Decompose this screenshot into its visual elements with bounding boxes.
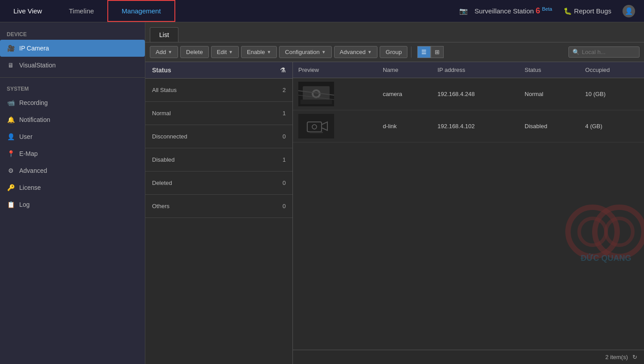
status-row-normal[interactable]: Normal 1 — [145, 102, 292, 125]
svg-point-10 — [314, 91, 319, 96]
status-row-deleted[interactable]: Deleted 0 — [145, 172, 292, 195]
sidebar-item-label: IP Camera — [19, 45, 49, 52]
search-box[interactable]: 🔍 — [568, 46, 640, 58]
toolbar: Add ▼ Delete Edit ▼ Enable ▼ Configurati… — [145, 42, 644, 62]
visualstation-icon: 🖥 — [7, 61, 15, 69]
main-layout: Device 🎥 IP Camera 🖥 VisualStation Syste… — [0, 22, 644, 364]
status-label: Others — [152, 203, 169, 209]
sidebar-item-label: Notification — [19, 116, 50, 123]
status-row-others[interactable]: Others 0 — [145, 195, 292, 218]
group-button[interactable]: Group — [380, 46, 407, 58]
sidebar-item-advanced[interactable]: ⚙ Advanced — [0, 162, 145, 179]
brand-name: Surveillance Station 6 Beta — [475, 6, 552, 16]
sidebar-item-notification[interactable]: 🔔 Notification — [0, 111, 145, 128]
recording-icon: 📹 — [7, 99, 15, 107]
enable-button[interactable]: Enable ▼ — [241, 46, 277, 58]
configuration-button[interactable]: Configuration ▼ — [279, 46, 331, 58]
delete-button[interactable]: Delete — [180, 46, 209, 58]
dlink-name-cell: d-link — [377, 110, 432, 142]
status-filter-panel: Status ⚗ All Status 2 Normal 1 Disconnec… — [145, 62, 293, 364]
table-row[interactable]: d-link 192.168.4.102 Disabled 4 (GB) — [293, 110, 644, 142]
sidebar-item-label: E-Map — [19, 150, 38, 157]
grid-view-button[interactable]: ⊞ — [431, 46, 444, 58]
camera-occupied-cell: 10 (GB) — [580, 78, 644, 110]
table-row[interactable]: camera 192.168.4.248 Normal 10 (GB) — [293, 78, 644, 110]
status-count: 0 — [283, 203, 286, 209]
sidebar-item-label: Advanced — [19, 167, 47, 174]
system-section-label: System — [0, 81, 145, 94]
sidebar-item-label: License — [19, 184, 41, 191]
nav-management[interactable]: Management — [107, 0, 175, 22]
status-row-all[interactable]: All Status 2 — [145, 79, 292, 102]
add-arrow-icon: ▼ — [168, 50, 172, 54]
sidebar-item-recording[interactable]: 📹 Recording — [0, 94, 145, 111]
sidebar-item-label: Log — [19, 201, 30, 208]
svg-rect-11 — [301, 100, 332, 104]
status-count: 2 — [283, 87, 286, 93]
add-button[interactable]: Add ▼ — [150, 46, 178, 58]
status-label: All Status — [152, 87, 177, 93]
log-icon: 📋 — [7, 201, 15, 209]
bug-icon: 🐛 — [564, 7, 572, 15]
user-avatar[interactable]: 👤 — [623, 5, 635, 17]
sidebar-item-ip-camera[interactable]: 🎥 IP Camera — [0, 40, 145, 57]
sidebar-item-label: Recording — [19, 99, 48, 106]
nav-timeline[interactable]: Timeline — [55, 0, 107, 22]
status-count: 1 — [283, 110, 286, 117]
items-count: 2 item(s) — [605, 354, 628, 360]
status-count: 0 — [283, 133, 286, 140]
filter-icon[interactable]: ⚗ — [280, 67, 286, 74]
sidebar-divider — [0, 77, 145, 78]
status-count: 1 — [283, 156, 286, 163]
list-view-button[interactable]: ☰ — [417, 46, 431, 58]
device-section-label: Device — [0, 27, 145, 40]
content-area: List Add ▼ Delete Edit ▼ Enable ▼ Config… — [145, 22, 644, 364]
svg-rect-18 — [309, 132, 323, 133]
nav-live-view[interactable]: Live View — [0, 0, 55, 22]
sidebar: Device 🎥 IP Camera 🖥 VisualStation Syste… — [0, 22, 145, 364]
status-row-disabled[interactable]: Disabled 1 — [145, 148, 292, 172]
status-row-disconnected[interactable]: Disconnected 0 — [145, 125, 292, 148]
advanced-button[interactable]: Advanced ▼ — [334, 46, 378, 58]
dlink-preview-cell — [293, 110, 377, 142]
camera-list-panel: Preview Name IP address Status Occupied — [293, 62, 644, 350]
dlink-status-cell: Disabled — [519, 110, 580, 142]
dlink-preview-thumb — [298, 114, 334, 138]
sidebar-item-user[interactable]: 👤 User — [0, 128, 145, 145]
status-count: 0 — [283, 180, 286, 186]
split-panel: Status ⚗ All Status 2 Normal 1 Disconnec… — [145, 62, 644, 364]
camera-name-cell: camera — [377, 78, 432, 110]
user-icon: 👤 — [625, 7, 633, 15]
sidebar-item-emap[interactable]: 📍 E-Map — [0, 145, 145, 162]
col-status: Status — [519, 62, 580, 78]
camera-ip-cell: 192.168.4.248 — [432, 78, 519, 110]
sidebar-item-log[interactable]: 📋 Log — [0, 196, 145, 213]
sidebar-item-label: VisualStation — [19, 62, 55, 69]
report-bugs-button[interactable]: 🐛 Report Bugs — [559, 5, 616, 17]
status-label: Disabled — [152, 156, 175, 163]
enable-arrow-icon: ▼ — [267, 50, 271, 54]
refresh-button[interactable]: ↻ — [632, 354, 637, 360]
sidebar-item-visualstation[interactable]: 🖥 VisualStation — [0, 57, 145, 74]
col-preview: Preview — [293, 62, 377, 78]
search-icon: 🔍 — [572, 49, 580, 55]
camera-preview-cell — [293, 78, 377, 110]
tab-list[interactable]: List — [150, 27, 178, 42]
dlink-ip-cell: 192.168.4.102 — [432, 110, 519, 142]
sidebar-item-label: User — [19, 133, 33, 140]
status-bar: 2 item(s) ↻ — [293, 350, 644, 364]
advanced-arrow-icon: ▼ — [367, 50, 372, 54]
ip-camera-icon: 🎥 — [7, 44, 15, 52]
col-name: Name — [377, 62, 432, 78]
license-icon: 🔑 — [7, 184, 15, 192]
status-label: Disconnected — [152, 133, 187, 140]
view-toggle: ☰ ⊞ — [417, 46, 444, 58]
user-icon: 👤 — [7, 133, 15, 141]
status-header: Status ⚗ — [145, 62, 292, 79]
table-header-row: Preview Name IP address Status Occupied — [293, 62, 644, 78]
search-input[interactable] — [582, 49, 636, 55]
tab-bar: List — [145, 22, 644, 42]
dlink-occupied-cell: 4 (GB) — [580, 110, 644, 142]
sidebar-item-license[interactable]: 🔑 License — [0, 179, 145, 196]
edit-button[interactable]: Edit ▼ — [211, 46, 239, 58]
